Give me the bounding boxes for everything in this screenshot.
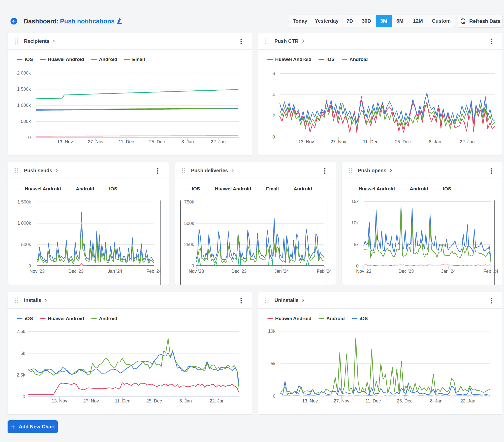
svg-text:0: 0 bbox=[272, 134, 275, 140]
svg-text:5k: 5k bbox=[271, 361, 276, 366]
svg-text:Feb '24: Feb '24 bbox=[146, 269, 161, 274]
svg-text:Nov '23: Nov '23 bbox=[189, 269, 204, 274]
svg-text:500k: 500k bbox=[21, 119, 31, 124]
svg-text:Dec '23: Dec '23 bbox=[231, 269, 246, 274]
svg-text:4: 4 bbox=[272, 92, 275, 97]
svg-text:13. Nov: 13. Nov bbox=[298, 139, 314, 144]
svg-text:750k: 750k bbox=[184, 199, 194, 205]
svg-text:Jan '24: Jan '24 bbox=[441, 269, 456, 274]
svg-text:25. Dec: 25. Dec bbox=[146, 398, 162, 403]
svg-text:0: 0 bbox=[28, 263, 31, 268]
svg-text:5k: 5k bbox=[20, 351, 25, 356]
svg-text:500k: 500k bbox=[21, 242, 31, 247]
svg-text:8. Jan: 8. Jan bbox=[430, 398, 443, 403]
svg-text:Dec '23: Dec '23 bbox=[398, 269, 414, 274]
svg-text:0: 0 bbox=[356, 263, 359, 268]
svg-text:27. Nov: 27. Nov bbox=[88, 139, 104, 144]
svg-text:Dec '23: Dec '23 bbox=[68, 269, 83, 274]
svg-text:2 000k: 2 000k bbox=[17, 71, 31, 76]
svg-text:Jan '24: Jan '24 bbox=[108, 269, 122, 274]
svg-text:8. Jan: 8. Jan bbox=[179, 398, 192, 403]
svg-text:22. Jan: 22. Jan bbox=[211, 139, 226, 144]
svg-text:500k: 500k bbox=[184, 221, 194, 226]
svg-text:0: 0 bbox=[28, 135, 31, 140]
svg-text:15k: 15k bbox=[351, 199, 359, 204]
svg-text:11. Dec: 11. Dec bbox=[119, 139, 134, 144]
svg-text:25. Dec: 25. Dec bbox=[397, 398, 413, 403]
svg-text:Nov '23: Nov '23 bbox=[29, 269, 45, 274]
svg-text:1 500k: 1 500k bbox=[17, 199, 31, 205]
svg-text:22. Jan: 22. Jan bbox=[460, 139, 475, 144]
svg-text:8. Jan: 8. Jan bbox=[181, 139, 194, 144]
svg-text:27. Nov: 27. Nov bbox=[334, 398, 349, 403]
svg-text:0: 0 bbox=[23, 394, 25, 399]
svg-text:25. Dec: 25. Dec bbox=[149, 139, 165, 144]
svg-text:Feb '24: Feb '24 bbox=[317, 269, 332, 274]
svg-text:8. Jan: 8. Jan bbox=[429, 139, 441, 144]
svg-text:22. Jan: 22. Jan bbox=[210, 398, 225, 403]
svg-text:13. Nov: 13. Nov bbox=[52, 398, 67, 403]
svg-text:25. Dec: 25. Dec bbox=[395, 139, 411, 144]
svg-text:250k: 250k bbox=[184, 242, 194, 247]
svg-text:11. Dec: 11. Dec bbox=[365, 398, 381, 403]
svg-text:13. Nov: 13. Nov bbox=[302, 398, 318, 403]
svg-text:10k: 10k bbox=[351, 220, 359, 225]
svg-text:0: 0 bbox=[273, 394, 275, 399]
svg-text:13. Nov: 13. Nov bbox=[57, 139, 73, 144]
svg-text:27. Nov: 27. Nov bbox=[83, 398, 99, 403]
svg-text:1 000k: 1 000k bbox=[17, 103, 31, 108]
svg-text:0: 0 bbox=[192, 263, 194, 268]
svg-text:Feb '24: Feb '24 bbox=[483, 269, 498, 274]
svg-text:7.5k: 7.5k bbox=[17, 329, 25, 334]
svg-text:Jan '24: Jan '24 bbox=[274, 269, 289, 274]
svg-text:2.5k: 2.5k bbox=[17, 372, 25, 378]
svg-text:5k: 5k bbox=[354, 242, 359, 247]
svg-text:11. Dec: 11. Dec bbox=[363, 139, 378, 144]
svg-text:6: 6 bbox=[272, 71, 275, 76]
svg-text:2: 2 bbox=[272, 113, 275, 118]
svg-text:Nov '23: Nov '23 bbox=[356, 269, 371, 274]
svg-text:11. Dec: 11. Dec bbox=[115, 398, 130, 403]
svg-text:22. Jan: 22. Jan bbox=[460, 398, 475, 403]
svg-text:1 500k: 1 500k bbox=[17, 87, 31, 92]
svg-text:27. Nov: 27. Nov bbox=[331, 139, 346, 144]
svg-text:1 000k: 1 000k bbox=[17, 221, 31, 226]
svg-text:10k: 10k bbox=[268, 329, 276, 334]
